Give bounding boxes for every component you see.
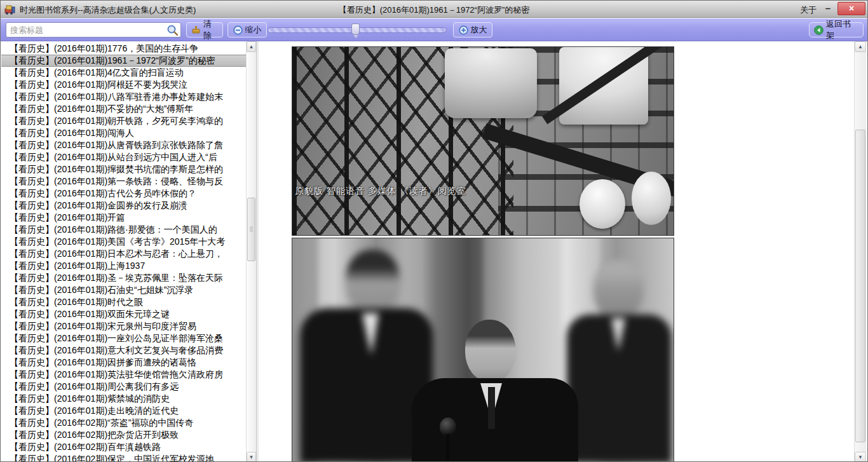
- zoom-slider-thumb[interactable]: [351, 24, 360, 35]
- zoom-out-label: 缩小: [245, 24, 262, 36]
- list-scrollbar-thumb[interactable]: [247, 198, 255, 261]
- list-item[interactable]: 【看历史】(2016年01期)走出晚清的近代史: [1, 405, 246, 417]
- list-item[interactable]: 【看历史】(2016年01期)圣－埃克苏佩里：坠落在天际: [1, 272, 246, 284]
- tank-dome-graphic: [632, 172, 671, 225]
- list-item[interactable]: 【看历史】(2016年01期)八路军驻香港办事处筹建始末: [1, 91, 246, 103]
- scroll-up-icon[interactable]: ▲: [855, 41, 866, 52]
- list-item[interactable]: 【看历史】(2016年01期)古代公务员咋休假的？: [1, 187, 246, 200]
- page-overlay-text: 原貌版 智能语音 多媒体 《读者》阅览室: [295, 186, 466, 197]
- list-item[interactable]: 【看历史】(2016年01期)紫禁城的消防史: [1, 393, 246, 405]
- app-window: 时光图书馆系列--高清杂志超级合集(人文历史类) 【看历史】(2016年01期)…: [0, 0, 868, 462]
- list-item[interactable]: 【看历史】(2016年01期)因拼爹而遭殃的诸葛恪: [1, 357, 246, 369]
- content-scrollbar[interactable]: ▲ ▼: [854, 41, 866, 462]
- main-area: 【看历史】(2016年01期)1776，美国的生存斗争【看历史】(2016年01…: [1, 41, 868, 462]
- list-item[interactable]: 【看历史】(2016年01期)路德·那爱德：一个美国人的: [1, 224, 246, 236]
- list-scrollbar[interactable]: ▲ ▼: [246, 41, 256, 462]
- list-item[interactable]: 【看历史】(2016年01期)不妥协的“大炮”傅斯年: [1, 103, 246, 115]
- circle-plus-icon: [459, 25, 468, 35]
- list-item[interactable]: 【看历史】(2016年01期)从站台到远方中国人进入“后: [1, 151, 246, 163]
- list-item[interactable]: 【看历史】(2016年01期)1776，美国的生存斗争: [1, 43, 246, 55]
- list-item[interactable]: 【看历史】(2016年01期)英法驻华使馆曾拖欠清政府房: [1, 369, 246, 381]
- list-item[interactable]: 【看历史】(2016年01期)朝开铁路，夕死可矣李鸿章的: [1, 115, 246, 127]
- list-item[interactable]: 【看历史】(2016年01期)闯海人: [1, 127, 246, 139]
- scroll-down-icon[interactable]: ▼: [247, 452, 256, 462]
- list-item[interactable]: 【看历史】(2016年01期)撺掇焚书坑儒的李斯是怎样的: [1, 163, 246, 175]
- list-item[interactable]: 【看历史】(2016年01期)意大利文艺复兴与奢侈品消费: [1, 344, 246, 357]
- list-item[interactable]: 【看历史】(2016年01期)4亿文盲的扫盲运动: [1, 67, 246, 79]
- green-circle-back-icon: [814, 25, 824, 35]
- title-bar: 时光图书馆系列--高清杂志超级合集(人文历史类) 【看历史】(2016年01期)…: [1, 1, 867, 18]
- scrollbar-grip: [250, 227, 253, 232]
- search-icon[interactable]: [166, 24, 179, 36]
- list-item[interactable]: 【看历史】(2016年01期)从唐胥铁路到京张铁路除了詹: [1, 139, 246, 151]
- magazine-page-2[interactable]: [292, 238, 674, 462]
- list-item[interactable]: 【看历史】(2016年01期)1961－1972“阿波罗”的秘密: [1, 55, 246, 67]
- list-item[interactable]: 【看历史】(2016年01期)第一条铁路：侵略、怪物与反: [1, 175, 246, 187]
- content-scrollbar-thumb[interactable]: [855, 130, 865, 442]
- zoom-out-button[interactable]: 缩小: [227, 22, 267, 37]
- list-item[interactable]: 【看历史】(2016年02期)百年滇越铁路: [1, 441, 246, 453]
- circle-minus-icon: [233, 25, 243, 35]
- list-item[interactable]: 【看历史】(2016年02期)“茶盗”福琼的中国传奇: [1, 417, 246, 429]
- speaker-figure-graphic: [292, 238, 674, 462]
- list-item[interactable]: 【看历史】(2016年01期)周公离我们有多远: [1, 381, 246, 393]
- list-item[interactable]: 【看历史】(2016年01期)开篇: [1, 212, 246, 224]
- list-item[interactable]: 【看历史】(2016年01期)阿根廷不要为我哭泣: [1, 79, 246, 91]
- search-input[interactable]: [10, 24, 163, 36]
- search-box[interactable]: [6, 22, 181, 37]
- app-icon: [4, 4, 15, 15]
- list-item[interactable]: 【看历史】(2016年02期)保定，中国近代军校发源地: [1, 453, 246, 462]
- magazine-list: 【看历史】(2016年01期)1776，美国的生存斗争【看历史】(2016年01…: [1, 41, 246, 462]
- back-to-shelf-label: 返回书架: [826, 18, 858, 41]
- close-button[interactable]: ×: [837, 2, 865, 15]
- list-item[interactable]: 【看历史】(2016年01期)日本忍术与忍者：心上悬刀，: [1, 248, 246, 260]
- magazine-page-1[interactable]: 原貌版 智能语音 多媒体 《读者》阅览室: [292, 46, 674, 236]
- tank-dome-graphic: [580, 179, 625, 229]
- list-item[interactable]: 【看历史】(2016年01期)美国《考古学》2015年十大考: [1, 236, 246, 248]
- scroll-down-icon[interactable]: ▼: [855, 452, 866, 462]
- clear-button-label: 清除: [203, 18, 218, 41]
- list-item[interactable]: 【看历史】(2016年01期)宋元泉州与印度洋贸易: [1, 320, 246, 332]
- list-item[interactable]: 【看历史】(2016年01期)金圆券的发行及崩溃: [1, 200, 246, 212]
- about-button[interactable]: 关于: [800, 4, 817, 16]
- rocket-stage-graphic: [445, 48, 537, 118]
- scroll-up-icon[interactable]: ▲: [247, 41, 256, 52]
- zoom-in-button[interactable]: 放大: [453, 22, 492, 37]
- list-item[interactable]: 【看历史】(2016年01期)石油史“七姐妹”沉浮录: [1, 284, 246, 296]
- clear-button[interactable]: 清除: [186, 22, 223, 37]
- reader-pane: 原貌版 智能语音 多媒体 《读者》阅览室: [259, 41, 854, 462]
- microphone-stand-graphic: [446, 434, 450, 462]
- sweep-icon: [191, 25, 201, 34]
- toolbar: 清除 缩小 放大: [1, 18, 867, 41]
- list-item[interactable]: 【看历史】(2016年01期)双面朱元璋之谜: [1, 308, 246, 320]
- list-item[interactable]: 【看历史】(2016年01期)一座刘公岛见证半部海军沧桑: [1, 332, 246, 344]
- list-item[interactable]: 【看历史】(2016年01期)上海1937: [1, 260, 246, 272]
- list-item[interactable]: 【看历史】(2016年02期)把杂货店开到极致: [1, 429, 246, 441]
- back-to-shelf-button[interactable]: 返回书架: [809, 22, 864, 37]
- window-title: 时光图书馆系列--高清杂志超级合集(人文历史类): [20, 4, 196, 16]
- minimize-button[interactable]: –: [820, 2, 836, 15]
- zoom-in-label: 放大: [471, 24, 487, 36]
- list-item[interactable]: 【看历史】(2016年01期)时代之眼: [1, 296, 246, 308]
- zoom-slider[interactable]: [268, 27, 447, 33]
